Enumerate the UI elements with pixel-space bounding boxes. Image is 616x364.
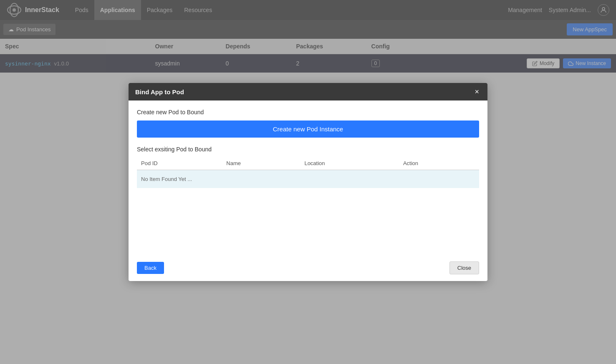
pod-empty-message: No Item Found Yet ...	[137, 170, 479, 188]
modal-header: Bind App to Pod ×	[129, 83, 487, 100]
modal-overlay: Bind App to Pod × Create new Pod to Boun…	[0, 0, 616, 364]
create-pod-instance-button[interactable]: Create new Pod Instance	[137, 120, 479, 138]
pod-col-location: Location	[300, 157, 399, 170]
modal-title: Bind App to Pod	[135, 88, 184, 95]
select-section-title: Select exsiting Pod to Bound	[137, 146, 479, 153]
modal-close-footer-button[interactable]: Close	[449, 261, 479, 274]
pod-table: Pod ID Name Location Action No Item Foun…	[137, 157, 479, 188]
create-section-title: Create new Pod to Bound	[137, 109, 479, 115]
modal-body: Create new Pod to Bound Create new Pod I…	[129, 100, 487, 255]
pod-table-empty-row: No Item Found Yet ...	[137, 170, 479, 188]
modal-close-button[interactable]: ×	[473, 88, 481, 95]
pod-col-action: Action	[399, 157, 479, 170]
modal-spacer	[137, 188, 479, 255]
modal-back-button[interactable]: Back	[137, 262, 164, 274]
pod-col-id: Pod ID	[137, 157, 222, 170]
pod-col-name: Name	[222, 157, 300, 170]
main-content: Spec Owner Depends Packages Config sysin…	[0, 39, 616, 364]
modal-footer: Back Close	[129, 255, 487, 281]
modal: Bind App to Pod × Create new Pod to Boun…	[129, 83, 487, 281]
